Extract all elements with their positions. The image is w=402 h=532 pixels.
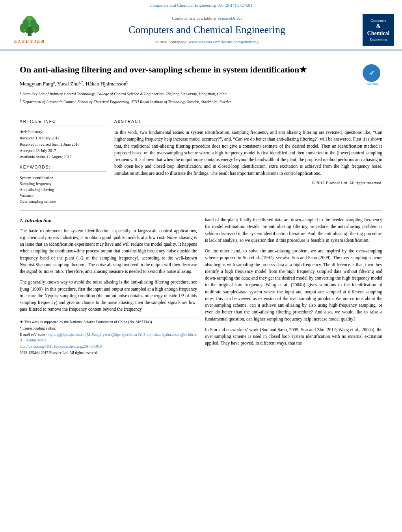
journal-header: ELSEVIER Contents lists available at Sci…: [0, 10, 402, 50]
footnote-issn: 0098-1354/© 2017 Elsevier Ltd. All right…: [20, 350, 197, 356]
crossmark-label: CrossMark: [363, 82, 382, 86]
intro-para-4: On the other hand, to solve the anti-ali…: [205, 248, 382, 323]
affiliation-b: b Department of Automatic Control, Schoo…: [20, 98, 382, 105]
author-2: Yucai Zhua,*: [57, 81, 83, 87]
intro-para-3: band of the plant; finally the filtered …: [205, 217, 382, 244]
article-info-header: ARTICLE INFO: [20, 119, 106, 126]
homepage-link[interactable]: www.elsevier.com/locate/compchemeng: [189, 39, 259, 44]
journal-logo-text: Computers & Chemical Engineering: [365, 19, 392, 42]
article-title-section: On anti-aliasing filtering and over-samp…: [20, 58, 382, 109]
footnote-corresponding: * Corresponding author.: [20, 326, 197, 331]
received-date: Received 1 January 2017: [20, 135, 106, 141]
science-direct-link[interactable]: ScienceDirect: [218, 16, 242, 20]
journal-logo-box: Computers & Chemical Engineering: [363, 14, 394, 46]
footnotes: ★ This work is supported by the National…: [20, 317, 197, 356]
svg-point-8: [29, 18, 30, 19]
keyword-5: Over-sampling scheme: [20, 198, 106, 204]
keywords-header: Keywords:: [20, 165, 106, 172]
journal-title-block: Contents lists available at ScienceDirec…: [51, 15, 363, 45]
abstract-text: In this work, two fundamental issues in …: [114, 129, 382, 177]
elsevier-wordmark: ELSEVIER: [14, 38, 45, 45]
intro-para-2: The generally known way to avoid the noi…: [20, 279, 197, 313]
accepted-date: Accepted 28 July 2017: [20, 148, 106, 154]
article-title: On anti-aliasing filtering and over-samp…: [20, 64, 382, 76]
journal-citation: Computers and Chemical Engineering 106 (…: [150, 3, 253, 7]
affiliation-a: a State Key Lab of Industry Control Tech…: [20, 90, 382, 97]
keywords-section: Keywords: System identification Sampling…: [20, 165, 106, 204]
keyword-3: Anti-aliasing filtering: [20, 187, 106, 193]
science-direct-line: Contents lists available at ScienceDirec…: [51, 15, 363, 21]
keyword-2: Sampling frequency: [20, 181, 106, 187]
journal-bar: Computers and Chemical Engineering 106 (…: [0, 0, 402, 10]
authors-line: Mengyuan Fanga, Yucai Zhua,*, Håkan Hjal…: [20, 80, 382, 88]
svg-point-9: [34, 30, 35, 31]
svg-point-6: [30, 19, 37, 27]
abstract-header: ABSTRACT: [114, 119, 382, 126]
elsevier-logo: ELSEVIER: [8, 15, 51, 45]
author-3: Håkan Hjalmarssonb: [86, 81, 128, 87]
intro-para-1: The basic requirement for system identif…: [20, 228, 197, 275]
section-1-title: 1. Introduction: [20, 217, 197, 224]
body-col-left: 1. Introduction The basic requirement fo…: [20, 217, 197, 357]
journal-title: Computers and Chemical Engineering: [51, 23, 363, 37]
crossmark-svg: ✓: [366, 67, 378, 79]
section-divider: [20, 210, 382, 211]
body-section: 1. Introduction The basic requirement fo…: [20, 217, 382, 357]
history-header: Article history:: [20, 129, 106, 135]
copyright-line: © 2017 Elsevier Ltd. All rights reserved…: [114, 180, 382, 186]
crossmark-badge[interactable]: ✓ CrossMark: [363, 64, 382, 84]
intro-para-5: In Sun and co-workers’ work (Sun and San…: [205, 326, 382, 347]
svg-text:✓: ✓: [369, 70, 374, 76]
keyword-4: Variance: [20, 193, 106, 198]
body-col-right: band of the plant; finally the filtered …: [205, 217, 382, 357]
author-1: Mengyuan Fanga: [20, 81, 55, 87]
elsevier-tree-icon: [12, 15, 47, 37]
journal-homepage-line: journal homepage: www.elsevier.com/locat…: [51, 39, 363, 45]
article-info-col: ARTICLE INFO Article history: Received 1…: [20, 119, 106, 204]
keyword-1: System identification: [20, 175, 106, 181]
crossmark-icon[interactable]: ✓: [363, 64, 380, 82]
revised-date: Received in revised form 3 June 2017: [20, 142, 106, 147]
main-content: On anti-aliasing filtering and over-samp…: [0, 50, 402, 365]
doi-link[interactable]: http://dx.doi.org/10.1016/j.compchemeng.…: [20, 345, 102, 348]
info-abstract-section: ARTICLE INFO Article history: Received 1…: [20, 115, 382, 204]
online-date: Available online 12 August 2017: [20, 154, 106, 160]
abstract-col: ABSTRACT In this work, two fundamental i…: [114, 119, 382, 204]
footnote-doi: http://dx.doi.org/10.1016/j.compchemeng.…: [20, 344, 197, 349]
svg-point-7: [24, 30, 25, 31]
footnote-star: ★ This work is supported by the National…: [20, 320, 197, 325]
svg-point-5: [22, 19, 29, 27]
footnote-emails: E-mail addresses: myfang@iipc.zju.edu.cn…: [20, 332, 197, 343]
